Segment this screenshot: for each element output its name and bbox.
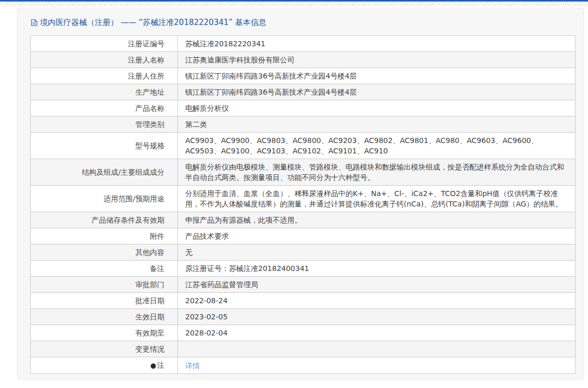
row-value: 申报产品为有源器械，此项不适用。 xyxy=(178,212,576,228)
table-row: 型号规格 AC9903、AC9900、AC9803、AC9800、AC9203、… xyxy=(31,133,576,159)
content-panel: 境内医疗器械（注册） —— “苏械注准20182220341” 基本信息 注册证… xyxy=(17,8,584,379)
row-value: 原注册证号：苏械注准20182400341 xyxy=(178,261,576,277)
table-row: 生效日期 2023-02-05 xyxy=(31,309,576,325)
row-value: 产品技术要求 xyxy=(178,228,576,244)
table-row: 备注 原注册证号：苏械注准20182400341 xyxy=(31,261,576,277)
row-label: 管理类别 xyxy=(31,117,178,133)
row-value: 详情 xyxy=(178,357,576,374)
table-row: 注册人名称 江苏奥迪康医学科技股份有限公司 xyxy=(31,52,576,68)
row-value: 2023-02-05 xyxy=(178,309,576,325)
table-row: 批准日期 2022-08-24 xyxy=(31,293,576,309)
table-row: 其他内容 无 xyxy=(31,244,576,261)
document-icon xyxy=(31,19,37,27)
top-stripe-band xyxy=(0,2,588,6)
table-row: 结构及组成/主要组成成分 电解质分析仪由电极模块、测量模块、管路模块、电路模块和… xyxy=(31,159,576,186)
table-row: 注册人住所 镇江新区丁卯南纬四路36号高新技术产业园4号楼4层 xyxy=(31,68,576,84)
row-value: 无 xyxy=(178,244,576,261)
row-label: ●注 xyxy=(31,357,178,374)
table-row: 产品名称 电解质分析仪 xyxy=(31,100,576,117)
row-label: 变更情况 xyxy=(31,341,178,357)
details-link[interactable]: 详情 xyxy=(185,361,200,370)
row-value: AC9903、AC9900、AC9803、AC9800、AC9203、AC980… xyxy=(178,133,576,159)
table-row: 生产地址 镇江新区丁卯南纬四路36号高新技术产业园4号楼4层 xyxy=(31,84,576,100)
row-value: 镇江新区丁卯南纬四路36号高新技术产业园4号楼4层 xyxy=(178,84,576,100)
row-label: 批准日期 xyxy=(31,293,178,309)
row-label: 产品名称 xyxy=(31,100,178,117)
row-value: 2022-08-24 xyxy=(178,293,576,309)
table-row: ●注 详情 xyxy=(31,357,576,374)
row-label: 备注 xyxy=(31,261,178,277)
row-label: 审批部门 xyxy=(31,277,178,293)
row-value: 苏械注准20182220341 xyxy=(178,36,576,52)
row-label: 注册人名称 xyxy=(31,52,178,68)
row-label: 型号规格 xyxy=(31,133,178,159)
page-title-text: 境内医疗器械（注册） —— “苏械注准20182220341” 基本信息 xyxy=(40,18,266,28)
row-label: 产品储存条件及有效期 xyxy=(31,212,178,228)
table-row: 适用范围/预期用途 分别适用于血清、血浆（全血）、稀释尿液样品中的K+、Na+、… xyxy=(31,186,576,212)
row-label: 适用范围/预期用途 xyxy=(31,186,178,212)
table-row: 变更情况 xyxy=(31,341,576,357)
row-label: 生效日期 xyxy=(31,309,178,325)
table-row: 注册证编号 苏械注准20182220341 xyxy=(31,36,576,52)
row-label: 注册人住所 xyxy=(31,68,178,84)
row-label: 附件 xyxy=(31,228,178,244)
row-label: 有效期至 xyxy=(31,325,178,341)
table-row: 产品储存条件及有效期 申报产品为有源器械，此项不适用。 xyxy=(31,212,576,228)
note-icon: ● xyxy=(150,360,156,371)
row-value: 电解质分析仪由电极模块、测量模块、管路模块、电路模块和数据输出模块组成，按是否配… xyxy=(178,159,576,186)
row-label: 注册证编号 xyxy=(31,36,178,52)
row-label: 生产地址 xyxy=(31,84,178,100)
table-row: 管理类别 第二类 xyxy=(31,117,576,133)
page-title: 境内医疗器械（注册） —— “苏械注准20182220341” 基本信息 xyxy=(30,14,576,35)
row-label: 其他内容 xyxy=(31,244,178,261)
row-value: 2028-02-04 xyxy=(178,325,576,341)
row-value xyxy=(178,341,576,357)
row-value: 江苏省药品监督管理局 xyxy=(178,277,576,293)
row-value: 第二类 xyxy=(178,117,576,133)
table-row: 有效期至 2028-02-04 xyxy=(31,325,576,341)
row-value: 电解质分析仪 xyxy=(178,100,576,117)
row-value: 分别适用于血清、血浆（全血）、稀释尿液样品中的K+、Na+、Cl-、iCa2+、… xyxy=(178,186,576,212)
row-value: 江苏奥迪康医学科技股份有限公司 xyxy=(178,52,576,68)
table-row: 审批部门 江苏省药品监督管理局 xyxy=(31,277,576,293)
row-label: 结构及组成/主要组成成分 xyxy=(31,159,178,186)
table-row: 附件 产品技术要求 xyxy=(31,228,576,244)
registration-info-table: 注册证编号 苏械注准20182220341 注册人名称 江苏奥迪康医学科技股份有… xyxy=(30,35,576,374)
row-value: 镇江新区丁卯南纬四路36号高新技术产业园4号楼4层 xyxy=(178,68,576,84)
